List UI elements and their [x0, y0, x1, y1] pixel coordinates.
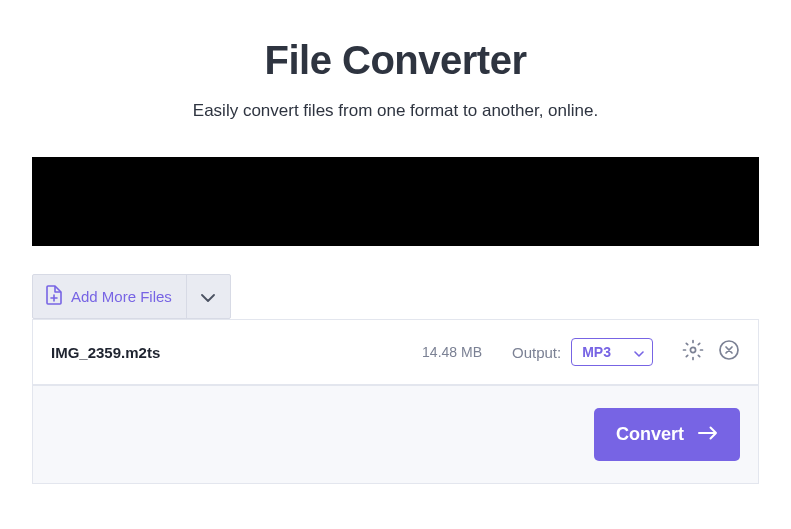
add-files-group: Add More Files — [32, 274, 231, 319]
file-size: 14.48 MB — [396, 344, 482, 360]
add-more-files-label: Add More Files — [71, 288, 172, 305]
toolbar: Add More Files — [32, 274, 759, 319]
arrow-right-icon — [684, 424, 718, 445]
gear-icon — [682, 339, 704, 365]
add-more-files-button[interactable]: Add More Files — [33, 275, 186, 318]
file-plus-icon — [45, 285, 71, 308]
file-list: IMG_2359.m2ts 14.48 MB Output: MP3 — [32, 319, 759, 386]
convert-button[interactable]: Convert — [594, 408, 740, 461]
ad-banner — [32, 157, 759, 246]
row-actions — [682, 339, 740, 365]
file-row: IMG_2359.m2ts 14.48 MB Output: MP3 — [33, 320, 758, 385]
svg-point-0 — [690, 347, 695, 352]
output-group: Output: MP3 — [512, 338, 653, 366]
remove-file-button[interactable] — [718, 339, 740, 365]
close-circle-icon — [718, 339, 740, 365]
page-title: File Converter — [0, 38, 791, 83]
file-name: IMG_2359.m2ts — [51, 344, 396, 361]
settings-button[interactable] — [682, 339, 704, 365]
footer-bar: Convert — [32, 386, 759, 484]
output-format-value: MP3 — [582, 344, 611, 360]
output-format-select[interactable]: MP3 — [571, 338, 653, 366]
add-files-dropdown-button[interactable] — [186, 275, 230, 318]
chevron-down-icon — [201, 288, 215, 306]
chevron-down-icon — [626, 344, 644, 360]
page-subtitle: Easily convert files from one format to … — [0, 101, 791, 121]
convert-button-label: Convert — [616, 424, 684, 445]
output-label: Output: — [512, 344, 561, 361]
